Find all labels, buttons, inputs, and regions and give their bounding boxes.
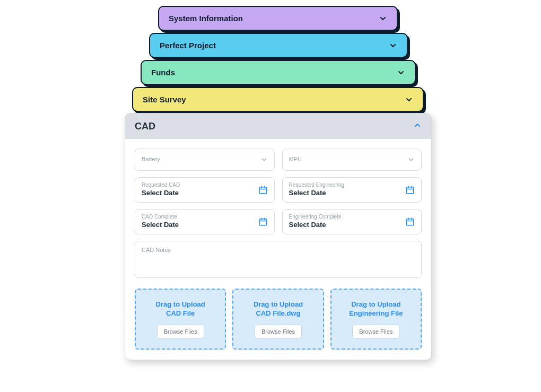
accordion-site-survey[interactable]: Site Survey: [132, 87, 424, 112]
accordion-label: Perfect Project: [160, 41, 216, 50]
browse-files-button[interactable]: Browse Files: [157, 325, 204, 338]
battery-select[interactable]: Battery: [135, 149, 275, 171]
cad-panel-header[interactable]: CAD: [125, 114, 431, 139]
chevron-down-icon: [260, 156, 268, 163]
engineering-complete-date[interactable]: Engineering Complete Select Date: [282, 209, 422, 234]
cad-panel-body: Battery MPU Requested CAD Select Date: [125, 139, 431, 359]
field-label: Requested CAD: [142, 182, 268, 188]
requested-cad-date[interactable]: Requested CAD Select Date: [135, 177, 275, 203]
cad-complete-date[interactable]: CAD Complete Select Date: [135, 209, 275, 234]
svg-rect-8: [259, 219, 267, 225]
upload-title: Drag to UploadCAD File.dwg: [254, 300, 303, 318]
browse-files-button[interactable]: Browse Files: [255, 325, 302, 338]
chevron-down-icon: [407, 156, 415, 163]
accordion-funds[interactable]: Funds: [141, 60, 416, 85]
upload-title: Drag to UploadCAD File: [156, 300, 205, 318]
upload-engineering-file[interactable]: Drag to UploadEngineering File Browse Fi…: [330, 289, 422, 350]
notes-placeholder: CAD Notes: [142, 247, 171, 253]
field-value: Select Date: [142, 189, 268, 198]
accordion-label: System Information: [169, 14, 243, 23]
field-value: Select Date: [289, 221, 415, 230]
field-label: Battery: [142, 156, 268, 163]
chevron-down-icon: [397, 68, 405, 77]
svg-rect-4: [406, 187, 414, 194]
field-label: CAD Complete: [142, 214, 268, 220]
browse-files-button[interactable]: Browse Files: [352, 325, 399, 338]
field-value: Select Date: [142, 221, 268, 230]
calendar-icon: [258, 217, 268, 227]
field-label: Requested Engineering: [289, 182, 415, 188]
accordion-label: Site Survey: [143, 95, 186, 104]
calendar-icon: [405, 217, 415, 227]
mpu-select[interactable]: MPU: [282, 149, 422, 171]
chevron-down-icon: [389, 41, 397, 50]
accordion-perfect-project[interactable]: Perfect Project: [149, 33, 408, 58]
field-value: Select Date: [289, 189, 415, 198]
accordion-system-information[interactable]: System Information: [158, 6, 398, 31]
chevron-down-icon: [405, 95, 413, 104]
cad-panel: CAD Battery MPU Requested CAD Selec: [125, 113, 432, 360]
svg-rect-0: [259, 187, 267, 194]
chevron-down-icon: [379, 14, 387, 23]
calendar-icon: [258, 185, 268, 195]
upload-title: Drag to UploadEngineering File: [349, 300, 403, 318]
calendar-icon: [405, 185, 415, 195]
upload-cad-dwg[interactable]: Drag to UploadCAD File.dwg Browse Files: [232, 289, 324, 350]
svg-rect-12: [406, 219, 414, 225]
upload-cad-file[interactable]: Drag to UploadCAD File Browse Files: [135, 289, 226, 350]
chevron-up-icon: [413, 121, 422, 132]
cad-notes-textarea[interactable]: CAD Notes: [135, 241, 422, 278]
field-label: Engineering Complete: [289, 214, 415, 220]
requested-engineering-date[interactable]: Requested Engineering Select Date: [282, 177, 422, 203]
cad-title: CAD: [135, 121, 155, 132]
accordion-label: Funds: [151, 68, 175, 77]
field-label: MPU: [289, 156, 415, 163]
